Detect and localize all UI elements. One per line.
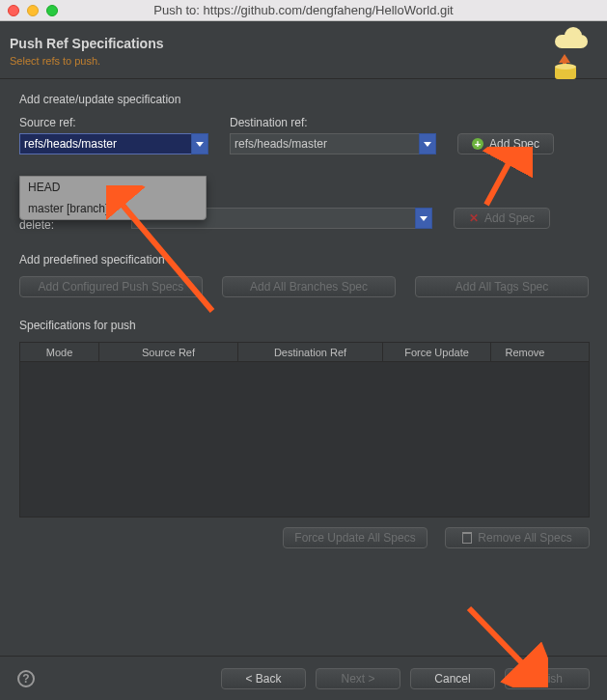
x-icon: ✕ <box>469 211 479 225</box>
add-spec-delete-label: Add Spec <box>484 211 535 225</box>
cancel-button[interactable]: Cancel <box>410 668 495 689</box>
remove-all-button: Remove All Specs <box>445 527 590 548</box>
chevron-down-icon <box>424 142 431 147</box>
page-subtitle: Select refs to push. <box>10 55 592 67</box>
add-spec-create-button[interactable]: + Add Spec <box>457 133 554 154</box>
create-section-title: Add create/update specification <box>19 93 590 106</box>
add-configured-button: Add Configured Push Specs <box>19 276 203 297</box>
zoom-window-icon[interactable] <box>46 5 58 16</box>
source-ref-label: Source ref: <box>19 116 208 129</box>
add-spec-delete-button: ✕ Add Spec <box>454 208 550 229</box>
window-controls <box>8 5 58 16</box>
finish-button: Finish <box>505 668 590 689</box>
dialog-body: Push Ref Specifications Select refs to p… <box>0 21 607 700</box>
push-illustration-icon <box>545 25 593 79</box>
dropdown-option-head[interactable]: HEAD <box>20 177 206 198</box>
destination-ref-label: Destination ref: <box>230 116 436 129</box>
next-button: Next > <box>316 668 400 689</box>
back-button[interactable]: < Back <box>221 668 306 689</box>
table-body-empty <box>20 362 589 517</box>
predef-section-title: Add predefined specification <box>19 253 590 266</box>
close-window-icon[interactable] <box>8 5 19 16</box>
col-dest[interactable]: Destination Ref <box>238 343 383 361</box>
table-header: Mode Source Ref Destination Ref Force Up… <box>20 343 589 362</box>
source-ref-dropdown-button[interactable] <box>191 133 208 154</box>
add-spec-label: Add Spec <box>489 137 539 151</box>
add-all-branches-button: Add All Branches Spec <box>222 276 396 297</box>
col-source[interactable]: Source Ref <box>99 343 238 361</box>
destination-ref-combo[interactable] <box>230 133 436 154</box>
trash-icon <box>462 532 472 544</box>
mac-titlebar: Push to: https://github.com/dengfaheng/H… <box>0 0 607 21</box>
chevron-down-icon <box>420 216 428 221</box>
spec-section-title: Specifications for push <box>19 319 590 332</box>
destination-ref-input[interactable] <box>230 133 419 154</box>
help-button[interactable]: ? <box>17 670 35 687</box>
col-remove[interactable]: Remove <box>491 343 559 361</box>
add-all-tags-button: Add All Tags Spec <box>415 276 589 297</box>
dialog-header: Push Ref Specifications Select refs to p… <box>0 21 607 79</box>
col-mode[interactable]: Mode <box>20 343 99 361</box>
dialog-footer: ? < Back Next > Cancel Finish <box>0 656 607 700</box>
remote-delete-dropdown-button[interactable] <box>415 208 432 229</box>
source-ref-input[interactable] <box>19 133 191 154</box>
source-ref-dropdown-list[interactable]: HEAD master [branch] <box>19 176 207 220</box>
plus-icon: + <box>472 138 483 150</box>
source-ref-combo[interactable] <box>19 133 208 154</box>
page-title: Push Ref Specifications <box>10 36 592 51</box>
dropdown-option-master[interactable]: master [branch] <box>20 198 206 219</box>
minimize-window-icon[interactable] <box>27 5 39 16</box>
chevron-down-icon <box>196 142 204 147</box>
destination-ref-dropdown-button[interactable] <box>419 133 436 154</box>
window-title: Push to: https://github.com/dengfaheng/H… <box>0 3 607 17</box>
force-update-all-button: Force Update All Specs <box>283 527 428 548</box>
col-force[interactable]: Force Update <box>383 343 491 361</box>
spec-table: Mode Source Ref Destination Ref Force Up… <box>19 342 590 518</box>
